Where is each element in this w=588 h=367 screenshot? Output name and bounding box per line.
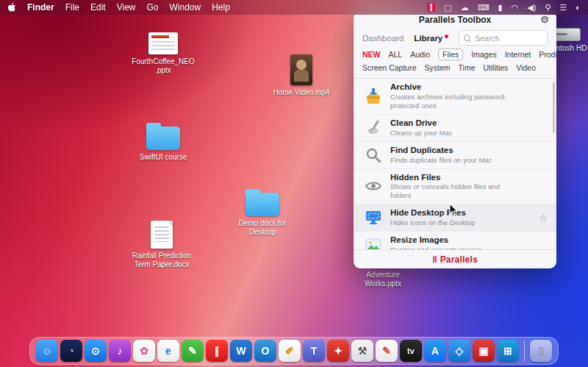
tab-library-label: Library bbox=[414, 34, 442, 43]
tool-hidden-files[interactable]: Hidden Files Shows or conceals hidden fi… bbox=[354, 169, 556, 205]
category-filter-row-1: NEWALLAudioFilesImagesInternetProductivi… bbox=[354, 49, 556, 60]
desktop-icon-rainfall-docx[interactable]: Rainfall Prediction Term Paper.docx bbox=[129, 221, 195, 269]
category-files[interactable]: Files bbox=[438, 49, 463, 60]
apple-menu-icon[interactable] bbox=[7, 2, 16, 13]
category-filter-row-2: Screen CaptureSystemTimeUtilitiesVideo bbox=[354, 60, 556, 74]
screen-mirroring-icon[interactable]: ▢ bbox=[444, 4, 451, 12]
menu-go[interactable]: Go bbox=[147, 2, 159, 13]
desktop-icon-label: Adventure Works.pptx bbox=[365, 271, 401, 288]
search-icon bbox=[464, 35, 470, 41]
search-input[interactable] bbox=[473, 33, 542, 43]
tool-description: Finds duplicate files on your Mac bbox=[390, 156, 492, 165]
tool-hide-desktop-files[interactable]: Hide Desktop Files Hides icons on the De… bbox=[354, 204, 556, 232]
volume-icon[interactable]: ◀) bbox=[527, 4, 536, 12]
desktop-icon-label: Home Video.mp4 bbox=[273, 88, 329, 97]
user-switch-icon[interactable]: ◐ bbox=[576, 4, 581, 12]
dock-item-safari[interactable]: ⊙ bbox=[85, 340, 107, 362]
desktop-icon-demo-docs-folder[interactable]: Demo docs for Desktop bbox=[229, 193, 295, 237]
tool-resize-images[interactable]: Resize Images Resizes and converts image… bbox=[354, 232, 556, 249]
dock-item-parallels-toolbox[interactable]: ▣ bbox=[473, 340, 495, 362]
parallels-toolbox-window: Parallels Toolbox ⚙ Dashboard Library NE… bbox=[354, 11, 556, 268]
parallels-logo-icon: ‖ bbox=[432, 254, 437, 265]
menu-window[interactable]: Window bbox=[170, 2, 201, 13]
video-file-icon bbox=[290, 54, 312, 85]
parallels-wordmark: Parallels bbox=[440, 254, 478, 265]
category-system[interactable]: System bbox=[425, 63, 451, 72]
dock-item-finder[interactable]: ☺ bbox=[36, 340, 58, 362]
control-center-icon[interactable]: ☰ bbox=[559, 4, 567, 12]
desktop-icon-home-video-mp4[interactable]: Home Video.mp4 bbox=[268, 54, 334, 97]
search-field[interactable] bbox=[459, 30, 548, 46]
tool-find-duplicates[interactable]: Find Duplicates Finds duplicate files on… bbox=[354, 142, 556, 169]
dock-item-green-editor[interactable]: ✎ bbox=[182, 340, 204, 362]
dock-item-red-utility[interactable]: ✦ bbox=[327, 340, 349, 362]
menu-file[interactable]: File bbox=[65, 2, 79, 13]
spotlight-icon[interactable]: ⚲ bbox=[545, 4, 551, 12]
powerpoint-file-icon bbox=[148, 32, 178, 54]
dock-item-teams[interactable]: T bbox=[303, 340, 325, 362]
window-title: Parallels Toolbox bbox=[419, 15, 491, 25]
cloud-icon[interactable]: ☁ bbox=[461, 4, 469, 12]
wifi-icon[interactable]: ◠ bbox=[512, 4, 519, 12]
tab-library[interactable]: Library bbox=[414, 34, 448, 43]
tool-clean-drive[interactable]: Clean Drive Cleans up your Mac bbox=[354, 115, 556, 142]
desktop-icon-label: SwiftUI course bbox=[140, 153, 187, 162]
tab-dashboard[interactable]: Dashboard bbox=[362, 34, 404, 43]
dock-item-windows[interactable]: ⊞ bbox=[497, 340, 519, 362]
dock: ☺◔⊙♪✿e✎∥WO✐T✦⚒✎tvA◇▣⊞▯ bbox=[29, 337, 559, 365]
tool-description: Hides icons on the Desktop bbox=[390, 218, 476, 227]
tool-description: Shows or conceals hidden files and folde… bbox=[390, 182, 521, 200]
desktop-icon-fourthcoffee-pptx[interactable]: FourthCoffee_NEO .pptx bbox=[130, 32, 196, 75]
favorite-star-icon[interactable]: ☆ bbox=[539, 213, 548, 224]
dock-item-paint-brushes[interactable]: ✎ bbox=[376, 340, 398, 362]
desktop-icon-label: FourthCoffee_NEO .pptx bbox=[132, 57, 194, 75]
tool-name: Clean Drive bbox=[390, 118, 452, 129]
tool-description: Creates archives including password-prot… bbox=[390, 93, 521, 110]
menu-bar: FinderFileEditViewGoWindowHelp ∥▢☁⌨▮◠◀)⚲… bbox=[0, 0, 588, 15]
category-utilities[interactable]: Utilities bbox=[484, 63, 509, 72]
dock-item-pen-app[interactable]: ✐ bbox=[279, 340, 301, 362]
dock-item-parallels-access[interactable]: ◔ bbox=[60, 340, 82, 362]
menu-view[interactable]: View bbox=[117, 2, 136, 13]
desktop-icon-label: Demo docs for Desktop bbox=[238, 219, 286, 237]
category-new[interactable]: NEW bbox=[362, 50, 381, 59]
panel-footer: ‖ Parallels bbox=[354, 249, 556, 268]
scrollbar[interactable] bbox=[553, 82, 555, 133]
category-screen-capture[interactable]: Screen Capture bbox=[362, 63, 417, 72]
keyboard-icon[interactable]: ⌨ bbox=[478, 4, 490, 12]
tool-archive[interactable]: Archive Creates archives including passw… bbox=[354, 79, 556, 115]
parallels-menubar-icon[interactable]: ∥ bbox=[427, 3, 435, 12]
category-audio[interactable]: Audio bbox=[410, 50, 430, 59]
desktop-icon-swiftui-course[interactable]: SwiftUI course bbox=[130, 127, 196, 162]
dock-separator bbox=[524, 341, 525, 361]
dock-item-outlook[interactable]: O bbox=[254, 340, 276, 362]
dock-item-trash[interactable]: ▯ bbox=[530, 340, 552, 362]
dock-item-music[interactable]: ♪ bbox=[109, 340, 131, 362]
category-productivity[interactable]: Productivity bbox=[539, 50, 556, 59]
dock-item-blue-app[interactable]: ◇ bbox=[448, 340, 470, 362]
tab-bar: Dashboard Library bbox=[354, 29, 556, 49]
dock-item-internet-explorer[interactable]: e bbox=[157, 340, 179, 362]
dock-item-photos[interactable]: ✿ bbox=[133, 340, 155, 362]
category-time[interactable]: Time bbox=[459, 63, 476, 72]
tool-name: Archive bbox=[390, 82, 521, 93]
broom-icon bbox=[364, 118, 383, 138]
dock-item-app-store[interactable]: A bbox=[424, 340, 446, 362]
menu-help[interactable]: Help bbox=[212, 2, 230, 13]
dock-item-apple-tv[interactable]: tv bbox=[400, 340, 422, 362]
image-icon bbox=[364, 235, 383, 249]
category-video[interactable]: Video bbox=[516, 63, 536, 72]
eye-icon bbox=[364, 177, 383, 196]
folder-icon bbox=[146, 127, 180, 150]
category-all[interactable]: ALL bbox=[389, 50, 403, 59]
settings-gear-icon[interactable]: ⚙ bbox=[540, 14, 549, 25]
dock-item-word[interactable]: W bbox=[230, 340, 252, 362]
dock-item-hammer-tools[interactable]: ⚒ bbox=[351, 340, 373, 362]
dock-item-parallels-desktop[interactable]: ∥ bbox=[206, 340, 228, 362]
menu-edit[interactable]: Edit bbox=[90, 2, 106, 13]
category-internet[interactable]: Internet bbox=[505, 50, 531, 59]
battery-icon[interactable]: ▮ bbox=[498, 4, 503, 12]
category-images[interactable]: Images bbox=[471, 50, 496, 59]
menu-finder[interactable]: Finder bbox=[27, 2, 54, 13]
magnifier-icon bbox=[364, 146, 383, 165]
